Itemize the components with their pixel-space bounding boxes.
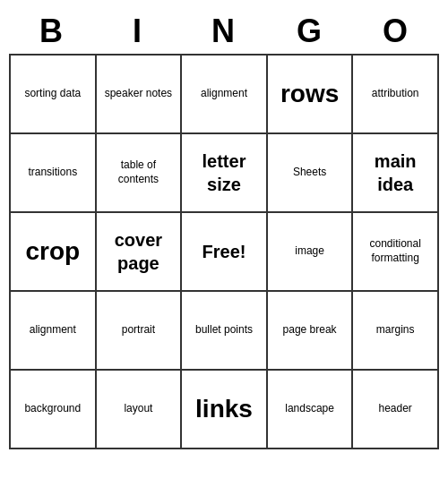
bingo-cell: conditional formatting (353, 213, 439, 292)
header-letter: I (95, 9, 181, 54)
bingo-cell: layout (97, 371, 183, 449)
bingo-cell: main idea (353, 134, 439, 213)
header-letter: B (9, 9, 95, 54)
bingo-cell: Sheets (268, 134, 354, 213)
bingo-cell: sorting data (11, 56, 97, 134)
bingo-cell: Free! (182, 213, 268, 292)
bingo-cell: table of contents (97, 134, 183, 213)
bingo-cell: speaker notes (97, 56, 183, 134)
bingo-cell: cover page (97, 213, 183, 292)
bingo-cell: attribution (353, 56, 439, 134)
bingo-grid: sorting dataspeaker notesalignmentrowsat… (9, 54, 439, 449)
bingo-cell: landscape (268, 371, 354, 449)
bingo-cell: transitions (11, 134, 97, 213)
bingo-cell: links (182, 371, 268, 449)
bingo-header: BINGO (9, 9, 439, 54)
bingo-cell: background (11, 371, 97, 449)
bingo-cell: rows (268, 56, 354, 134)
bingo-cell: portrait (97, 292, 183, 371)
bingo-cell: alignment (11, 292, 97, 371)
bingo-cell: header (353, 371, 439, 449)
bingo-cell: letter size (182, 134, 268, 213)
bingo-cell: margins (353, 292, 439, 371)
header-letter: O (353, 9, 439, 54)
bingo-cell: page break (268, 292, 354, 371)
bingo-card: BINGO sorting dataspeaker notesalignment… (9, 9, 439, 449)
bingo-cell: alignment (182, 56, 268, 134)
bingo-cell: crop (11, 213, 97, 292)
header-letter: G (267, 9, 353, 54)
bingo-cell: bullet points (182, 292, 268, 371)
header-letter: N (181, 9, 267, 54)
bingo-cell: image (268, 213, 354, 292)
